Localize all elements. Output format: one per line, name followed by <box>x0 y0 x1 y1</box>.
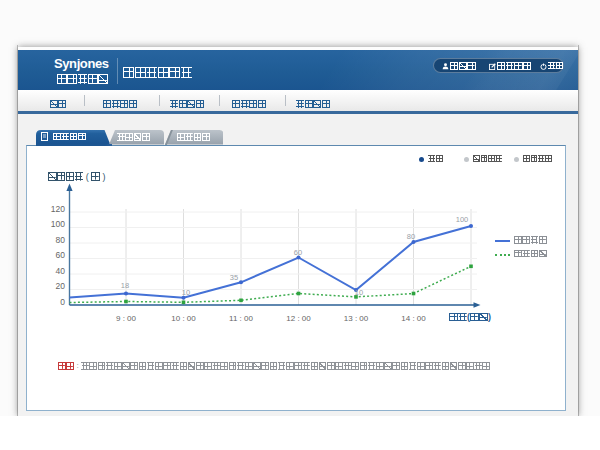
svg-text:40: 40 <box>56 265 66 275</box>
svg-text:11 : 00: 11 : 00 <box>229 313 253 322</box>
svg-text:0: 0 <box>60 296 65 306</box>
svg-text:9 : 00: 9 : 00 <box>116 313 137 322</box>
svg-text:100: 100 <box>51 219 65 229</box>
svg-text:20: 20 <box>56 281 66 291</box>
svg-text:10: 10 <box>355 288 363 297</box>
svg-text:60: 60 <box>294 248 302 257</box>
svg-text:10 : 00: 10 : 00 <box>171 313 196 322</box>
svg-text:18: 18 <box>121 281 129 290</box>
svg-text:60: 60 <box>56 250 66 260</box>
svg-text:35: 35 <box>230 273 238 282</box>
svg-text:10: 10 <box>182 288 190 297</box>
svg-text:12 : 00: 12 : 00 <box>286 313 311 322</box>
svg-text:100: 100 <box>456 215 469 224</box>
svg-text:120: 120 <box>51 203 65 213</box>
svg-text:13 : 00: 13 : 00 <box>344 313 369 322</box>
svg-text:14 : 00: 14 : 00 <box>401 313 426 322</box>
svg-text:80: 80 <box>407 232 415 241</box>
svg-text:80: 80 <box>56 234 66 244</box>
